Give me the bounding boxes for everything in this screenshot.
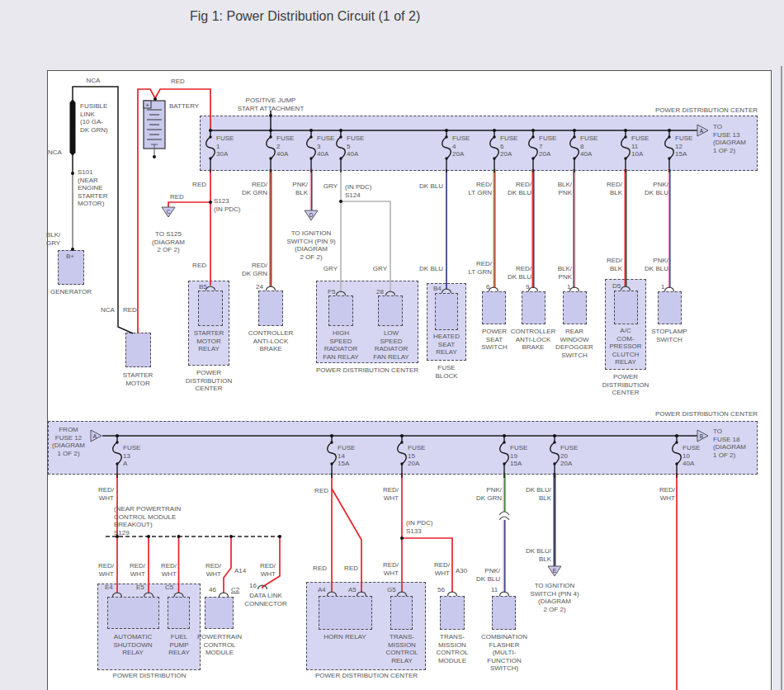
power-seat-switch-box [482, 291, 506, 324]
wire-label-f6-lower: RED/ LT GRN [457, 260, 492, 276]
nca-top-label: NCA [83, 77, 104, 85]
starter-motor-relay-label: STARTER MOTOR RELAY [188, 329, 229, 353]
fuel-pump-relay-label: FUEL PUMP RELAY [162, 633, 196, 657]
fuse-2-label: FUSE 2 40A [276, 135, 305, 158]
low-speed-fan-relay-box [378, 295, 403, 326]
high-speed-fan-relay-box [328, 295, 353, 326]
heated-seat-relay-label: HEATED SEAT RELAY [427, 333, 466, 357]
wire-label-f2-upper: RED/ DK GRN [233, 181, 267, 196]
wire-label-f14: RED [310, 487, 328, 495]
wire-label-f10: RED/ WHT [652, 486, 675, 502]
pin-1-stop-label: 1 [661, 283, 664, 291]
ac-clutch-relay-label: A/C COM- PRESSOR CLUTCH RELAY [606, 327, 645, 366]
wire-label-f11-upper: RED/ BLK [594, 181, 622, 196]
pin-f5-label: F5 [328, 288, 335, 296]
smr-pdc-sub-label: POWER DISTRIBUTION CENTER [182, 369, 236, 393]
fuse-4-label: FUSE 4 20A [452, 135, 480, 158]
wire-label-f8-upper: BLK/ PNK [544, 181, 572, 196]
stoplamp-switch-box [658, 291, 682, 324]
wire-label-f15-56: RED/ WHT [427, 561, 450, 577]
jump-start-label: POSITIVE JUMP START ATTACHMENT [221, 97, 320, 112]
fuse-7-label: FUSE 7 20A [539, 135, 567, 158]
low-speed-fan-relay-label: LOW SPEED RADIATOR FAN RELAY [368, 329, 414, 361]
s123-splice-label: S123 (IN PDC) [214, 197, 247, 213]
red-wire-label-s123-top: RED [187, 181, 206, 189]
pin-g5-label: G5 [387, 586, 396, 594]
to-ignition-pin4-note: TO IGNITION SWITCH (PIN 4) (DIAGRAM 2 OF… [519, 582, 590, 613]
pin-b5-label: B5 [199, 283, 207, 291]
b-plus-terminal-label: B+ [66, 253, 81, 261]
fuse-11-label: FUSE 11 10A [631, 135, 659, 158]
to-s125-note: TO S125 (DIAGRAM 2 OF 2) [142, 230, 195, 254]
wire-label-s129-5: RED/ WHT [253, 562, 276, 578]
fuse-15-label: FUSE 15 20A [408, 444, 436, 468]
data-link-connector-label: DATA LINK CONNECTOR [241, 592, 290, 607]
wire-label-s129-3: RED/ WHT [153, 562, 177, 578]
asr-pdc-sub-label: POWER DISTRIBUTION [99, 672, 200, 680]
wire-label-f5-upper: GRY [316, 182, 338, 191]
transmission-control-module-label: TRANS- MISSION CONTROL MODULE [431, 633, 474, 664]
high-speed-fan-relay-label: HIGH SPEED RADIATOR FAN RELAY [318, 329, 364, 361]
pdc2-entry-note: FROM FUSE 12 (DIAGRAM 1 OF 2) [48, 426, 89, 457]
transmission-control-relay-box [390, 596, 413, 630]
transmission-control-module-box [440, 596, 465, 630]
fuse-1-label: FUSE 1 30A [216, 135, 244, 158]
nca-starter-wire-label: NCA [101, 306, 120, 314]
pdc1-title: POWER DISTRIBUTION CENTER [626, 106, 758, 115]
pdc2-title: POWER DISTRIBUTION CENTER [626, 410, 758, 418]
blk-gry-wire-label: BLK/ GRY [46, 231, 69, 247]
controller-antilock-brake-box-2 [522, 291, 545, 324]
pin-24-label: 24 [256, 283, 263, 291]
connector-c2-label: C2 [231, 586, 239, 594]
wire-label-f20-upper: DK BLU/ BLK [520, 486, 551, 502]
generator-label: GENERATOR [45, 288, 97, 296]
wire-label-f5-lower-2: GRY [367, 265, 387, 273]
wire-label-f14-a4: RED [309, 565, 327, 573]
pin-46-label: 46 [209, 586, 216, 594]
fuse-block-sub-label: FUSE BLOCK [429, 364, 464, 380]
connector-a14-label: A14 [234, 567, 246, 575]
wire-label-f12-upper: PNK/ DK BLU [632, 181, 668, 196]
combination-flasher-label: COMBINATION FLASHER (MULTI- FUNCTION SWI… [477, 633, 531, 673]
pin-28-label: 28 [376, 288, 384, 296]
pin-a4-label: A4 [318, 586, 326, 594]
pdc2-exit-note: TO FUSE 18 (DIAGRAM 1 OF 2) [713, 428, 756, 459]
figure-title: Fig 1: Power Distribution Circuit (1 of … [190, 9, 420, 24]
wiring-diagram-page: Fig 1: Power Distribution Circuit (1 of … [0, 0, 784, 690]
wire-label-f12-lower: PNK/ DK BLU [632, 257, 668, 272]
fuse-12-label: FUSE 12 15A [675, 135, 703, 158]
powertrain-control-module-label: POWERTRAIN CONTROL MODULE [195, 633, 244, 657]
page-edge-divider [781, 66, 782, 690]
ac-clutch-relay-box [614, 291, 638, 324]
red-wire-label-branch: RED [170, 193, 190, 201]
battery-label: BATTERY [169, 102, 205, 111]
s129-splice-label: (NEAR POWERTRAIN CONTROL MODULE BREAKOUT… [114, 505, 188, 536]
powertrain-control-module-box [205, 597, 234, 629]
fuse-20-label: FUSE 20 20A [560, 444, 588, 468]
pin-d5-label: D5 [612, 282, 621, 291]
pin-c5-label: C5 [165, 584, 173, 592]
fan-pdc-sub-label: POWER DISTRIBUTION CENTER [316, 366, 418, 375]
s101-splice-label: S101 (NEAR ENGINE STARTER MOTOR) [78, 168, 119, 208]
pin-b4-label: B4 [433, 285, 442, 293]
automatic-shutdown-relay-box [107, 597, 159, 629]
ac-pdc-sub-label: POWER DISTRIBUTION CENTER [598, 373, 653, 397]
wire-label-s129-4: RED/ WHT [198, 562, 221, 578]
wire-label-f3: PNK/ BLK [281, 181, 308, 196]
wire-label-f14-a5: RED [340, 565, 358, 573]
wire-label-f13: RED/ WHT [92, 486, 114, 502]
starter-motor-label: STARTER MOTOR [118, 371, 158, 387]
connector-a30-label: A30 [456, 567, 467, 575]
wire-label-f5-lower-1: GRY [318, 265, 338, 273]
horn-relay-label: HORN RELAY [316, 633, 374, 641]
pin-1-rwd-label: 1 [567, 283, 570, 291]
controller-antilock-brake-box-1 [258, 291, 283, 326]
rear-window-defogger-label: REAR WINDOW DEFOGGER SWITCH [550, 328, 599, 359]
wire-label-f2-lower: RED/ DK GRN [233, 262, 267, 277]
wire-label-f19-lower: PNK/ DK BLU [470, 567, 500, 583]
wire-label-f19-upper: PNK/ DK GRN [472, 486, 502, 502]
wire-label-f11-lower: RED/ BLK [594, 257, 622, 272]
heated-seat-relay-box [435, 293, 458, 330]
fusible-link-label: FUSIBLE LINK (10 GA- DK GRN) [80, 102, 121, 134]
fuse-10-label: FUSE 10 40A [682, 444, 711, 468]
